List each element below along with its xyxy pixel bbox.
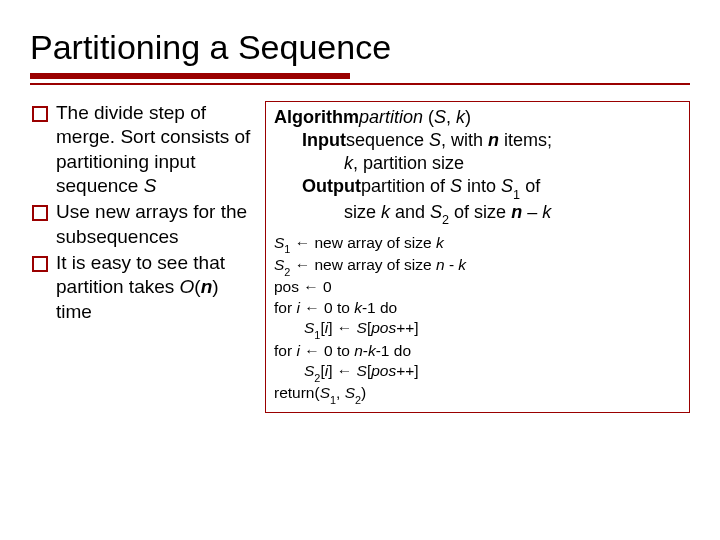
- output-line: Outputpartition of S into S1 of size k a…: [302, 175, 681, 226]
- out1e: of: [520, 176, 540, 196]
- algorithm-box: Algorithmpartition (S, k) Inputsequence …: [265, 101, 690, 413]
- pseudocode: S1 ← new array of size k S2 ← new array …: [274, 233, 681, 406]
- in1b: S: [429, 130, 441, 150]
- c4b: i: [292, 299, 304, 316]
- in1a: sequence: [346, 130, 429, 150]
- c6d: 0 to: [320, 342, 350, 359]
- in1e: items;: [499, 130, 552, 150]
- output-label: Output: [302, 176, 361, 196]
- io-block: Inputsequence S, with n items; k, partit…: [274, 129, 681, 226]
- input-line2: k, partition size: [302, 152, 681, 175]
- c7g: pos: [371, 362, 396, 379]
- c8a: return(: [274, 384, 320, 401]
- c6h: -1: [376, 342, 394, 359]
- c7h: ++]: [396, 362, 418, 379]
- out2-sub2: 2: [442, 213, 449, 227]
- out1d: S: [501, 176, 513, 196]
- algo-p2: ): [465, 107, 471, 127]
- c7d: ] ←: [328, 362, 356, 379]
- algo-header: Algorithmpartition (S, k): [274, 106, 681, 129]
- algo-comma: ,: [446, 107, 456, 127]
- c8b: S: [320, 384, 330, 401]
- algo-name: partition: [359, 107, 428, 127]
- code-l1: S1 ← new array of size k: [274, 233, 681, 255]
- c6e: n: [350, 342, 363, 359]
- bullet-1: The divide step of merge. Sort consists …: [30, 101, 255, 198]
- out2b: k: [381, 202, 390, 222]
- c6i: do: [394, 342, 411, 359]
- algo-k: k: [456, 107, 465, 127]
- rule-thick: [30, 73, 350, 79]
- c5g: pos: [371, 319, 396, 336]
- code-l2: S2 ← new array of size n - k: [274, 255, 681, 277]
- algo-kw: Algorithm: [274, 107, 359, 127]
- out2g: –: [522, 202, 542, 222]
- c4g: do: [380, 299, 397, 316]
- c2e: k: [458, 256, 466, 273]
- out2a: size: [344, 202, 381, 222]
- slide: Partitioning a Sequence The divide step …: [0, 0, 720, 433]
- bullet-2-text: Use new arrays for the subsequences: [56, 201, 247, 246]
- c7sub: 2: [314, 372, 320, 384]
- bullet-2: Use new arrays for the subsequences: [30, 200, 255, 249]
- bullet-3: It is easy to see that partition takes O…: [30, 251, 255, 324]
- out1c: into: [462, 176, 501, 196]
- out2e: of size: [449, 202, 511, 222]
- bullet-list: The divide step of merge. Sort consists …: [30, 101, 255, 324]
- c6g: k: [368, 342, 376, 359]
- title-rule: [30, 73, 690, 93]
- slide-title: Partitioning a Sequence: [30, 28, 690, 67]
- c4f: -1: [362, 299, 380, 316]
- c2s: S: [274, 256, 284, 273]
- c1sub: 1: [284, 243, 290, 255]
- c5a: S: [304, 319, 314, 336]
- out1a: partition of: [361, 176, 450, 196]
- c5e: S: [357, 319, 367, 336]
- c6a: for: [274, 342, 292, 359]
- c8sub1: 1: [330, 394, 336, 406]
- c4a: for: [274, 299, 292, 316]
- c5d: ] ←: [328, 319, 356, 336]
- c2sub: 2: [284, 266, 290, 278]
- content-columns: The divide step of merge. Sort consists …: [30, 101, 690, 413]
- c4e: k: [350, 299, 362, 316]
- c2c: n: [436, 256, 445, 273]
- out1b: S: [450, 176, 462, 196]
- output-line2: size k and S2 of size n – k: [302, 201, 681, 227]
- code-l3: pos ← 0: [274, 277, 681, 297]
- out2h: k: [542, 202, 551, 222]
- c5h: ++]: [396, 319, 418, 336]
- c7a: S: [304, 362, 314, 379]
- c2b: ← new array of size: [290, 256, 436, 273]
- out2f: n: [511, 202, 522, 222]
- code-l4: for i ← 0 to k-1 do: [274, 298, 681, 318]
- input-label: Input: [302, 130, 346, 150]
- code-l7: S2[i] ← S[pos++]: [274, 361, 681, 383]
- input-line: Inputsequence S, with n items; k, partit…: [302, 129, 681, 175]
- c6c: ←: [304, 342, 320, 359]
- in2b: , partition size: [353, 153, 464, 173]
- code-l5: S1[i] ← S[pos++]: [274, 318, 681, 340]
- c1s: S: [274, 234, 284, 251]
- c3: pos ← 0: [274, 278, 332, 295]
- bullet-3-n: n: [201, 276, 213, 297]
- code-l8: return(S1, S2): [274, 383, 681, 405]
- c8e: ): [361, 384, 366, 401]
- c4c: ←: [304, 299, 320, 316]
- c1b: ← new array of size: [290, 234, 436, 251]
- c5sub: 1: [314, 329, 320, 341]
- c4d: 0 to: [320, 299, 350, 316]
- c2d: -: [445, 256, 459, 273]
- c1c: k: [436, 234, 444, 251]
- algo-S: S: [434, 107, 446, 127]
- c6b: i: [292, 342, 304, 359]
- in1d: n: [488, 130, 499, 150]
- c8sub2: 2: [355, 394, 361, 406]
- out1-sub1: 1: [513, 188, 520, 202]
- out2d: S: [430, 202, 442, 222]
- c8c: ,: [336, 384, 345, 401]
- bullet-3-O: O: [180, 276, 195, 297]
- rule-thin: [30, 83, 690, 85]
- in2a: k: [344, 153, 353, 173]
- bullet-1-s: S: [144, 175, 157, 196]
